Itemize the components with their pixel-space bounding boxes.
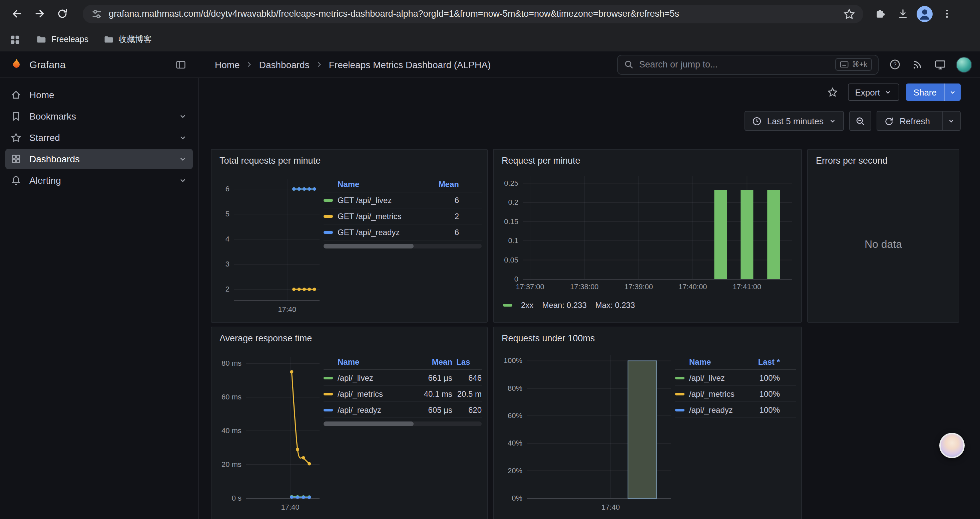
svg-text:100%: 100%: [504, 356, 522, 365]
refresh-main[interactable]: Refresh: [878, 112, 937, 130]
legend-row[interactable]: GET /api/_readyz6: [323, 224, 482, 241]
series-color-icon: [675, 393, 684, 395]
series-name[interactable]: GET /api/_metrics: [337, 211, 402, 221]
zoom-out-button[interactable]: [850, 111, 872, 131]
svg-text:60%: 60%: [508, 412, 522, 420]
downloads-button[interactable]: [894, 5, 911, 22]
apps-grid-button[interactable]: [8, 31, 21, 48]
chart-canvas: 0.250.20.150.10.05017:37:0017:38:0017:39…: [499, 172, 796, 294]
reload-button[interactable]: [52, 4, 72, 24]
series-name[interactable]: 2xx: [521, 300, 533, 310]
sidebar-item-alerting[interactable]: Alerting: [5, 170, 193, 190]
back-icon: [11, 8, 22, 19]
svg-text:17:40: 17:40: [601, 503, 620, 511]
sidebar-item-starred[interactable]: Starred: [5, 128, 193, 148]
panel-title[interactable]: Errors per second: [808, 150, 959, 171]
series-name[interactable]: /api/_livez: [337, 373, 373, 382]
legend-row[interactable]: /api/_livez100%: [675, 370, 796, 386]
legend-scrollbar[interactable]: [323, 244, 482, 249]
back-button[interactable]: [7, 4, 27, 24]
breadcrumb-item[interactable]: Home: [215, 59, 240, 70]
person-icon: [916, 6, 932, 22]
series-color-icon: [503, 304, 512, 307]
search-icon: [624, 59, 634, 69]
time-range-picker[interactable]: Last 5 minutes: [745, 111, 844, 131]
star-dashboard-button[interactable]: [824, 83, 841, 101]
display-button[interactable]: [931, 55, 949, 74]
breadcrumb-item[interactable]: Freeleaps Metrics Dashboard (ALPHA): [329, 59, 491, 70]
refresh-label: Refresh: [900, 116, 930, 126]
legend-row[interactable]: /api/_livez661 µs646: [323, 370, 482, 386]
series-name[interactable]: GET /api/_livez: [337, 195, 391, 205]
svg-text:20%: 20%: [508, 466, 522, 475]
series-name[interactable]: /api/_metrics: [337, 389, 383, 398]
chart-legend[interactable]: 2xx Mean: 0.233 Max: 0.233: [499, 294, 796, 310]
refresh-button[interactable]: Refresh: [877, 111, 961, 131]
sidebar-item-home[interactable]: Home: [5, 85, 193, 105]
breadcrumb-item[interactable]: Dashboards: [259, 59, 310, 70]
time-range-label: Last 5 minutes: [767, 116, 824, 126]
chevron-down-icon[interactable]: [178, 112, 188, 121]
series-name[interactable]: GET /api/_readyz: [337, 227, 399, 237]
forward-button[interactable]: [29, 4, 49, 24]
no-data-message: No data: [813, 172, 953, 316]
legend-scrollbar[interactable]: [323, 422, 482, 426]
bookmark-item-blog[interactable]: 收藏博客: [103, 34, 152, 45]
legend-value: 661 µs: [414, 373, 452, 382]
puzzle-icon: [874, 8, 886, 19]
svg-text:20 ms: 20 ms: [221, 460, 242, 469]
site-settings-icon[interactable]: [91, 8, 103, 20]
browser-menu-button[interactable]: [938, 5, 955, 22]
chart-canvas: 100%80%60%40%20%0%17:40: [499, 350, 675, 514]
legend-row[interactable]: /api/_metrics40.1 ms20.5 m: [323, 386, 482, 402]
legend-row[interactable]: /api/_readyz100%: [675, 402, 796, 418]
toggle-sidebar-button[interactable]: [172, 56, 189, 73]
chevron-down-icon[interactable]: [178, 176, 188, 185]
panel-requests-under-100ms: Requests under 100ms 100%80%60%40%20%0%1…: [493, 327, 802, 519]
bookmark-star-icon[interactable]: [843, 8, 855, 20]
legend-row[interactable]: GET /api/_metrics2: [323, 208, 482, 224]
refresh-icon: [884, 116, 894, 126]
dock-panel-icon: [175, 59, 186, 70]
url-bar[interactable]: grafana.mathmast.com/d/deytv4rwavabkb/fr…: [83, 4, 863, 23]
panel-title[interactable]: Requests under 100ms: [494, 327, 801, 349]
legend-header-row: NameMeanLas: [323, 354, 482, 370]
grafana-logo-icon[interactable]: [10, 58, 23, 71]
news-button[interactable]: [908, 55, 927, 74]
sidebar-item-bookmarks[interactable]: Bookmarks: [5, 106, 193, 126]
help-button[interactable]: ?: [885, 55, 904, 74]
bookmark-item-freeleaps[interactable]: Freeleaps: [36, 34, 88, 45]
legend-value: 20.5 m: [452, 389, 482, 398]
search-input[interactable]: Search or jump to... ⌘+k: [617, 54, 878, 75]
legend-row[interactable]: /api/_metrics100%: [675, 386, 796, 402]
kebab-menu-icon: [941, 8, 952, 19]
legend-row[interactable]: GET /api/_livez6: [323, 192, 482, 208]
series-mean: Mean: 0.233: [542, 300, 586, 310]
reload-icon: [56, 8, 68, 19]
refresh-interval-menu[interactable]: [942, 112, 960, 130]
folder-icon: [103, 34, 114, 45]
panel-title[interactable]: Request per minute: [494, 150, 801, 171]
series-name[interactable]: /api/_readyz: [337, 405, 381, 414]
user-avatar[interactable]: [956, 56, 972, 72]
series-name[interactable]: /api/_metrics: [689, 389, 735, 398]
floating-user-avatar[interactable]: [939, 433, 965, 458]
extensions-button[interactable]: [871, 5, 889, 22]
search-shortcut-chip: ⌘+k: [835, 58, 872, 71]
star-icon: [827, 87, 838, 97]
export-button[interactable]: Export: [848, 83, 899, 101]
series-name[interactable]: /api/_livez: [689, 373, 725, 382]
series-name[interactable]: /api/_readyz: [689, 405, 733, 414]
url-text[interactable]: grafana.mathmast.com/d/deytv4rwavabkb/fr…: [109, 9, 843, 19]
panel-title[interactable]: Average response time: [212, 327, 487, 349]
sidebar-item-dashboards[interactable]: Dashboards: [5, 149, 193, 169]
share-button[interactable]: Share: [906, 83, 961, 101]
panel-title[interactable]: Total requests per minute: [212, 150, 487, 171]
dashboard-grid: Total requests per minute 6543217:40 Nam…: [211, 149, 961, 519]
chevron-down-icon[interactable]: [178, 133, 188, 142]
legend-row[interactable]: /api/_readyz605 µs620: [323, 402, 482, 418]
share-menu-button[interactable]: [944, 83, 961, 101]
browser-profile-avatar[interactable]: [916, 6, 932, 22]
brand-name: Grafana: [29, 59, 165, 70]
chevron-down-icon[interactable]: [178, 154, 188, 164]
